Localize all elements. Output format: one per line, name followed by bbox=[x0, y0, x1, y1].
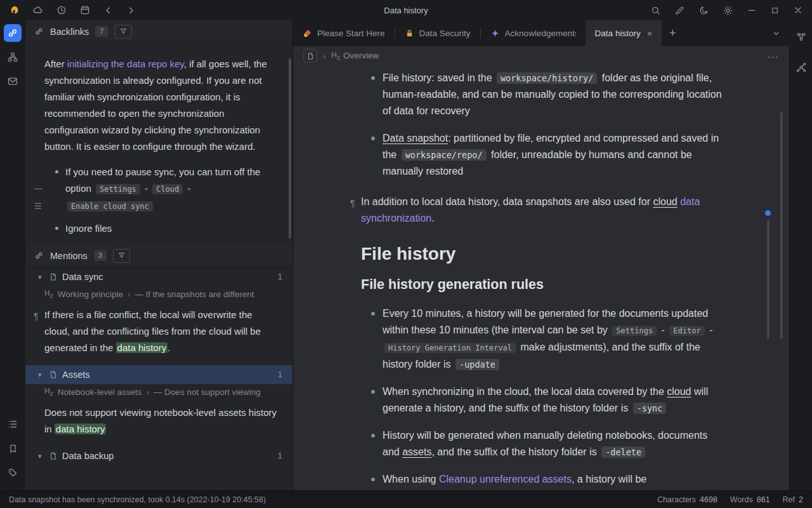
backlink-icon bbox=[34, 27, 44, 36]
chevron-right-icon: › bbox=[128, 286, 130, 303]
tab-please-start-here[interactable]: Please Start Here bbox=[293, 20, 395, 46]
text-segment: File history: saved in the bbox=[383, 72, 495, 83]
doc-paragraph[interactable]: ¶ In addition to local data history, dat… bbox=[361, 194, 726, 227]
list-item[interactable]: File history: saved in the workspace/his… bbox=[383, 70, 726, 119]
settings-icon[interactable] bbox=[723, 5, 733, 16]
document-icon[interactable] bbox=[303, 49, 317, 63]
maximize-icon[interactable] bbox=[770, 6, 780, 15]
document-icon bbox=[49, 451, 58, 460]
tab-bar: Please Start Here Data Security Acknowle… bbox=[293, 20, 789, 46]
mention-icon bbox=[34, 251, 44, 260]
list-item[interactable]: When synchronizing in the cloud, the loc… bbox=[383, 384, 726, 417]
mention-item-data-sync[interactable]: ▾ Data sync 1 bbox=[25, 267, 292, 286]
close-icon[interactable] bbox=[793, 5, 803, 15]
mention-item-count: 1 bbox=[278, 448, 282, 464]
titlebar-left-group bbox=[6, 4, 136, 16]
tag-icon[interactable] bbox=[4, 464, 22, 481]
mention-item-data-backup[interactable]: ▾ Data backup 1 bbox=[25, 446, 292, 465]
editor-scrollbar[interactable] bbox=[780, 112, 783, 339]
scroll-position-dot[interactable] bbox=[765, 210, 771, 216]
characters-value: 4698 bbox=[700, 495, 717, 504]
breadcrumb-heading[interactable]: H2 Overview bbox=[331, 51, 379, 61]
text-segment: Settings bbox=[612, 326, 657, 336]
tab-data-security[interactable]: Data Security bbox=[395, 20, 480, 46]
mention-breadcrumb[interactable]: H2 Working principle › — If the snapshot… bbox=[25, 286, 292, 303]
mention-paragraph[interactable]: ¶ If there is a file conflict, the local… bbox=[44, 307, 278, 356]
paragraph-icon: ¶ bbox=[350, 195, 355, 211]
text-segment: Cloud bbox=[152, 184, 183, 194]
text-segment: , a history will be bbox=[572, 474, 646, 485]
list-item[interactable]: When using Cleanup unreferenced assets, … bbox=[383, 471, 726, 488]
mention-item-label: Data backup bbox=[62, 448, 114, 464]
edit-icon[interactable] bbox=[674, 5, 685, 16]
text-segment: When synchronizing in the cloud, the loc… bbox=[383, 386, 667, 397]
breadcrumb-tail: — If the snapshots are different bbox=[134, 286, 284, 303]
tab-acknowledgements[interactable]: Acknowledgements bbox=[481, 20, 586, 46]
new-tab-button[interactable]: + bbox=[662, 20, 683, 46]
doc-heading-1[interactable]: File history bbox=[361, 242, 726, 266]
text-segment: - bbox=[658, 324, 667, 335]
list-item[interactable]: Data snapshot: partitioned by file, encr… bbox=[383, 130, 726, 180]
mention-item-label: Assets bbox=[62, 366, 90, 383]
theme-icon[interactable] bbox=[698, 5, 709, 16]
document-icon bbox=[49, 370, 58, 379]
mentions-filter-button[interactable] bbox=[113, 249, 130, 263]
text-segment: . bbox=[431, 213, 434, 224]
graph-tree-icon[interactable] bbox=[4, 48, 22, 66]
mention-paragraph[interactable]: Does not support viewing notebook-level … bbox=[44, 404, 278, 438]
ref-link[interactable]: Cleanup unreferenced assets bbox=[439, 474, 572, 485]
list-item[interactable]: Every 10 minutes, a history will be gene… bbox=[383, 305, 726, 373]
ref-value: 2 bbox=[799, 495, 803, 504]
tab-data-history[interactable]: Data history × bbox=[586, 20, 662, 46]
minimize-icon[interactable] bbox=[747, 5, 757, 15]
more-icon[interactable]: ··· bbox=[768, 51, 779, 62]
text-segment: cloud bbox=[653, 196, 677, 207]
chevron-down-icon[interactable]: ▾ bbox=[38, 366, 44, 383]
words-value: 861 bbox=[757, 495, 770, 504]
editor[interactable]: File history: saved in the workspace/his… bbox=[293, 66, 789, 490]
list-item[interactable]: Ignore files bbox=[65, 220, 277, 237]
backlinks-filter-button[interactable] bbox=[115, 25, 132, 39]
tab-label: Data Security bbox=[419, 29, 471, 38]
outline-icon[interactable] bbox=[4, 415, 22, 433]
list-item[interactable]: If you need to pause sync, you can turn … bbox=[65, 164, 277, 215]
mention-item-assets[interactable]: ▾ Assets 1 bbox=[25, 365, 292, 384]
breadcrumb-section: Working principle bbox=[58, 286, 123, 303]
scroll-position-track[interactable] bbox=[767, 220, 769, 339]
backlinks-header: Backlinks 7 bbox=[25, 20, 292, 43]
main-area: Please Start Here Data Security Acknowle… bbox=[293, 20, 789, 490]
tabbar-spacer bbox=[683, 20, 763, 46]
lock-icon bbox=[405, 29, 414, 38]
backlink-paragraph[interactable]: After initializing the data repo key, if… bbox=[44, 56, 277, 155]
ref-link[interactable]: initializing the data repo key bbox=[67, 58, 184, 69]
bookmark-icon[interactable] bbox=[4, 439, 22, 457]
block-collapse-icon[interactable]: — bbox=[34, 184, 43, 192]
backlinks-content: After initializing the data repo key, if… bbox=[25, 43, 292, 490]
mention-breadcrumb[interactable]: H2 Notebook-level assets › — Does not su… bbox=[25, 384, 292, 401]
titlebar: Data history bbox=[0, 0, 812, 20]
local-graph-icon[interactable] bbox=[792, 58, 810, 76]
gutter-list-icon[interactable]: ☰ bbox=[34, 202, 42, 210]
backlink-list: If you need to pause sync, you can turn … bbox=[65, 164, 277, 237]
chevron-down-icon[interactable]: ▾ bbox=[38, 448, 44, 464]
close-tab-icon[interactable]: × bbox=[647, 28, 653, 39]
panel-scrollbar[interactable] bbox=[289, 58, 291, 239]
graph-icon[interactable] bbox=[792, 28, 810, 46]
doc-heading-2[interactable]: File history generation rules bbox=[361, 275, 726, 294]
inbox-icon[interactable] bbox=[4, 72, 22, 90]
status-bar: Data snapshot has been synchronized, too… bbox=[0, 490, 812, 508]
search-icon[interactable] bbox=[650, 5, 661, 16]
doc-list-rules: Every 10 minutes, a history will be gene… bbox=[361, 305, 726, 488]
forward-icon[interactable] bbox=[126, 5, 136, 16]
text-segment: . bbox=[167, 342, 170, 353]
chevron-down-icon[interactable]: ▾ bbox=[38, 269, 44, 285]
data-history-icon[interactable] bbox=[56, 4, 67, 16]
siyuan-logo[interactable] bbox=[9, 4, 20, 16]
daily-note-icon[interactable] bbox=[79, 4, 91, 16]
back-icon[interactable] bbox=[103, 5, 114, 16]
list-item[interactable]: History will be generated when manually … bbox=[383, 427, 726, 460]
mention-item-count: 1 bbox=[278, 269, 282, 285]
cloud-sync-icon[interactable] bbox=[32, 4, 44, 16]
tab-list-menu-button[interactable] bbox=[763, 20, 789, 46]
backlinks-dock-icon[interactable] bbox=[4, 24, 22, 42]
